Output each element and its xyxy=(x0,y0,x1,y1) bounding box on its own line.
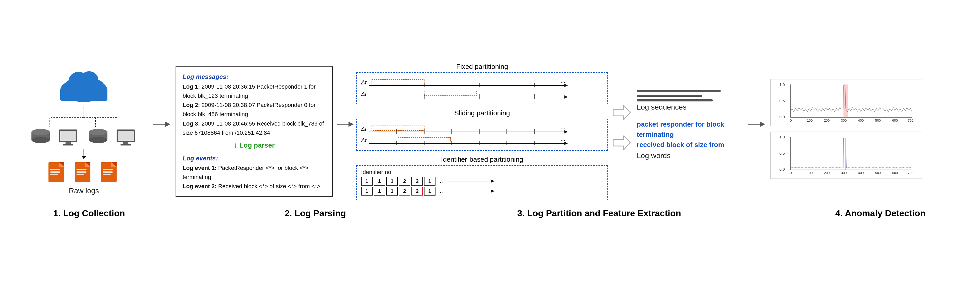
diagram-content: Raw logs Log messages: Log 1: 2009-11-08… xyxy=(16,63,964,200)
svg-rect-51 xyxy=(103,174,111,176)
sliding-partition-group: Sliding partitioning Δt xyxy=(356,109,608,151)
cloud-icon xyxy=(58,68,110,105)
svg-text:100: 100 xyxy=(807,118,813,122)
arrow-right-svg-2 xyxy=(337,118,355,131)
svg-rect-43 xyxy=(76,169,86,170)
log-event-1: Log event 1: PacketResponder <*> for blo… xyxy=(183,163,326,182)
svg-marker-97 xyxy=(760,121,765,127)
label-anomaly-detection: 4. Anomaly Detection xyxy=(802,208,959,218)
svg-text:...: ... xyxy=(560,136,565,142)
svg-rect-50 xyxy=(103,171,113,173)
svg-text:0.0: 0.0 xyxy=(779,115,785,119)
identifier-no-label: Identifier no. xyxy=(361,169,603,176)
id-box-2-2: 1 xyxy=(374,187,385,196)
svg-text:0: 0 xyxy=(790,171,792,174)
log2-bold: Log 2: xyxy=(183,102,200,108)
svg-marker-91 xyxy=(491,180,495,183)
id-row-1: 1 1 1 2 2 1 ... xyxy=(361,177,603,185)
seq-line-3 xyxy=(637,99,713,101)
svg-rect-31 xyxy=(121,144,131,145)
log3-text: 2009-11-08 20:46:55 Received block blk_7… xyxy=(183,120,324,136)
log-entry-2: Log 2: 2009-11-08 20:38:07 PacketRespond… xyxy=(183,101,326,119)
svg-point-18 xyxy=(32,137,50,143)
monitor-icon-2 xyxy=(115,128,139,147)
chart-1: 1.0 0.5 0.0 0 100 200 300 400 500 600 70… xyxy=(770,79,922,126)
svg-text:1.0: 1.0 xyxy=(779,82,785,86)
svg-marker-72 xyxy=(565,130,568,133)
svg-marker-53 xyxy=(165,121,170,127)
svg-text:700: 700 xyxy=(908,171,913,174)
svg-text:500: 500 xyxy=(875,118,881,122)
svg-marker-65 xyxy=(565,96,568,99)
svg-rect-39 xyxy=(50,174,58,176)
svg-rect-37 xyxy=(50,169,60,170)
svg-text:...: ... xyxy=(560,78,565,84)
database-icon-1 xyxy=(29,128,52,147)
id-row-2: 1 1 1 2 2 1 ... xyxy=(361,187,603,196)
hollow-arrow-1 xyxy=(613,105,632,120)
log-parser-text: Log parser xyxy=(240,141,275,149)
svg-text:500: 500 xyxy=(875,171,881,174)
svg-text:1.0: 1.0 xyxy=(779,135,785,139)
log-sequences-group: Log sequences xyxy=(637,90,721,112)
svg-text:...: ... xyxy=(560,125,565,131)
main-container: Raw logs Log messages: Log 1: 2009-11-08… xyxy=(0,0,980,281)
svg-text:700: 700 xyxy=(908,118,913,122)
svg-text:...: ... xyxy=(560,89,565,96)
delta-t-3: Δt xyxy=(361,126,367,133)
database-icon-2 xyxy=(86,128,110,147)
id-box-2-5-red: 2 xyxy=(411,187,423,196)
arrow-2 xyxy=(336,118,356,131)
down-arrow-green: ↓ xyxy=(234,141,240,149)
section-anomaly-detection: 1.0 0.5 0.0 0 100 200 300 400 500 600 70… xyxy=(768,79,925,184)
svg-text:300: 300 xyxy=(841,118,847,122)
svg-rect-63 xyxy=(424,91,477,96)
id-box-2-1: 1 xyxy=(361,187,372,196)
svg-marker-55 xyxy=(348,121,354,127)
log-words-label: Log words xyxy=(637,152,724,160)
fixed-partition-group: Fixed partitioning Δt xyxy=(356,63,608,104)
log3-bold: Log 3: xyxy=(183,120,200,127)
svg-marker-95 xyxy=(613,136,630,150)
svg-rect-70 xyxy=(372,126,424,131)
label-log-collection: 1. Log Collection xyxy=(21,208,157,218)
double-arrow-group xyxy=(613,105,632,150)
svg-rect-45 xyxy=(76,174,84,176)
svg-text:600: 600 xyxy=(892,171,898,174)
section-log-collection: Raw logs xyxy=(16,68,152,195)
svg-rect-22 xyxy=(65,142,71,144)
seq-line-1 xyxy=(637,90,721,92)
svg-point-26 xyxy=(89,137,107,143)
fixed-partition-box: Δt ... xyxy=(356,72,608,104)
sliding-partition-label: Sliding partitioning xyxy=(356,109,608,117)
id-arrow-2 xyxy=(447,187,499,195)
dashed-lines-svg xyxy=(32,107,136,128)
id-box-1-4: 2 xyxy=(399,177,410,185)
log-file-1 xyxy=(47,161,68,185)
delta-t-2: Δt xyxy=(361,91,367,97)
svg-point-27 xyxy=(89,129,107,135)
identifier-partition-label: Identifier-based partitioning xyxy=(356,155,608,164)
log-messages-title: Log messages: xyxy=(183,72,326,82)
id-dots-1: ... xyxy=(438,178,443,185)
id-box-2-6: 1 xyxy=(424,187,436,196)
timeline-fixed-2: ... xyxy=(369,89,574,99)
log-events-title: Log events: xyxy=(183,153,326,163)
section-log-parsing: Log messages: Log 1: 2009-11-08 20:36:15… xyxy=(173,66,336,196)
svg-rect-56 xyxy=(372,80,424,84)
log-box: Log messages: Log 1: 2009-11-08 20:36:15… xyxy=(175,66,333,196)
svg-text:300: 300 xyxy=(841,171,847,174)
event1-bold: Log event 1: xyxy=(183,164,217,171)
hollow-arrow-2 xyxy=(613,136,632,150)
seq-lines xyxy=(637,90,721,101)
arrow-right-svg-3 xyxy=(748,118,767,131)
log-sequences-label: Log sequences xyxy=(637,103,721,112)
svg-marker-94 xyxy=(613,105,630,120)
log-words-text: packet responder for block terminating r… xyxy=(637,119,724,150)
log-file-2 xyxy=(73,161,94,185)
log-entry-1: Log 1: 2009-11-08 20:36:15 PacketRespond… xyxy=(183,82,326,101)
svg-rect-49 xyxy=(103,169,113,170)
log2-text: 2009-11-08 20:38:07 PacketResponder 0 fo… xyxy=(183,102,316,117)
svg-text:400: 400 xyxy=(858,171,864,174)
svg-text:600: 600 xyxy=(892,118,898,122)
